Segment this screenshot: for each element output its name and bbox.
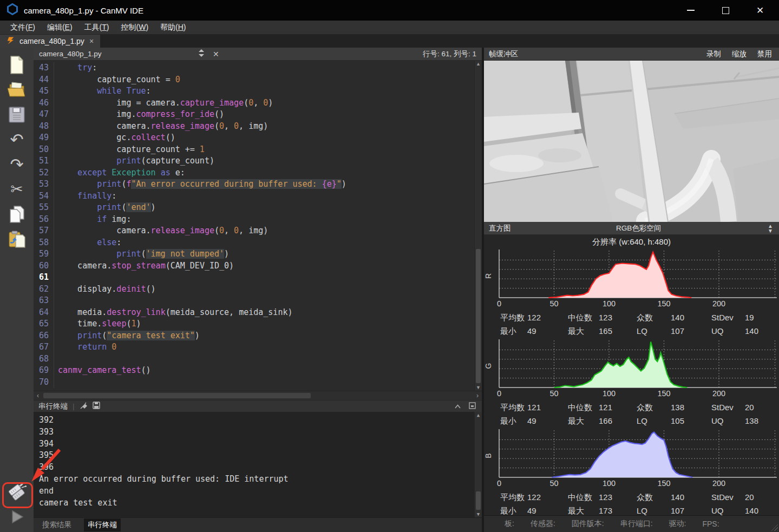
tab-camera-480p-1[interactable]: camera_480p_1.py ×: [0, 35, 100, 48]
editor-vertical-scrollbar[interactable]: ▲ ▼: [474, 61, 482, 391]
stat-label: UQ: [711, 504, 745, 515]
redo-button[interactable]: ↷: [6, 155, 27, 174]
histogram-header: 直方图 RGB色彩空间 ▲▼: [484, 222, 779, 235]
terminal-line: 393: [39, 426, 482, 438]
scroll-up-icon[interactable]: ▲: [475, 61, 482, 67]
undo-button[interactable]: ↶: [6, 130, 27, 149]
menu-item-4[interactable]: 帮助(H): [154, 21, 192, 34]
terminal-line: end: [39, 485, 482, 497]
stat-value: 173: [599, 504, 637, 515]
new-file-button[interactable]: [6, 55, 27, 75]
scroll-down-icon[interactable]: ▼: [475, 511, 482, 517]
editor-scroll-thumb[interactable]: [476, 249, 481, 383]
framebuffer-control-0[interactable]: 录制: [706, 49, 721, 59]
code-line: 46img = camera.capture_image(0, 0): [34, 97, 482, 109]
close-button[interactable]: ✕: [755, 5, 765, 15]
line-number: 48: [34, 121, 54, 133]
terminal-header: 串行终端 |: [34, 400, 482, 412]
line-number: 69: [34, 365, 54, 377]
run-button[interactable]: [6, 507, 27, 527]
scroll-down-icon[interactable]: ▼: [475, 384, 482, 391]
stat-label: 最小: [500, 504, 527, 515]
svg-text:200: 200: [712, 479, 725, 488]
maximize-button[interactable]: [721, 5, 730, 15]
save-log-icon[interactable]: [93, 402, 100, 411]
editor-hscroll-thumb[interactable]: [43, 393, 311, 398]
svg-text:100: 100: [603, 299, 616, 308]
stat-label: LQ: [637, 324, 671, 338]
terminal-line: 395: [39, 450, 482, 462]
save-button[interactable]: [6, 105, 27, 124]
stat-value: 107: [671, 504, 711, 515]
code-line: 60camera.stop_stream(CAM_DEV_ID_0): [34, 260, 482, 272]
stat-value: 140: [745, 324, 779, 338]
svg-text:50: 50: [549, 299, 558, 308]
stat-value: 140: [745, 504, 779, 515]
open-folder-button[interactable]: [6, 80, 27, 100]
line-number: 49: [34, 132, 54, 144]
colorspace-dropdown-arrows-icon[interactable]: ▲▼: [767, 224, 774, 233]
stat-value: 165: [599, 324, 637, 338]
cut-button[interactable]: ✂: [6, 180, 27, 199]
code-editor[interactable]: 43try:44capture_count = 045while True:46…: [34, 61, 482, 391]
menu-item-3[interactable]: 控制(W): [115, 21, 155, 34]
minimize-button[interactable]: [686, 5, 696, 15]
code-line: 56if img:: [34, 214, 482, 226]
menu-item-2[interactable]: 工具(T): [78, 21, 115, 34]
stat-label: 众数: [637, 490, 671, 504]
line-number: 50: [34, 144, 54, 156]
code-line: 53print(f"An error occurred during buffe…: [34, 179, 482, 191]
code-line: 64media.destroy_link(meida_source, meida…: [34, 307, 482, 319]
stat-label: 中位数: [568, 400, 599, 414]
svg-text:0: 0: [497, 389, 501, 398]
line-number: 66: [34, 330, 54, 342]
stat-value: 121: [527, 400, 568, 414]
scroll-right-icon[interactable]: ›: [473, 392, 482, 399]
resize-grip[interactable]: [769, 522, 778, 531]
serial-terminal-output[interactable]: 392393394395396An error occurred during …: [34, 412, 482, 517]
stat-label: 最小: [500, 324, 527, 338]
collapse-panel-icon[interactable]: [455, 402, 461, 410]
copy-button[interactable]: [6, 205, 27, 224]
window-title: camera_480p_1.py - CanMV IDE: [24, 6, 143, 15]
code-line: 59print('img not dumped'): [34, 248, 482, 260]
tab-close-icon[interactable]: ×: [89, 37, 94, 45]
code-line: 63: [34, 295, 482, 307]
bottom-tab-search-results[interactable]: 搜索结果: [38, 518, 75, 531]
svg-text:150: 150: [657, 389, 670, 398]
code-line: 69canmv_camera_test(): [34, 365, 482, 377]
histogram-stats-g: 平均数121中位数121众数138StDev20最小49最大166LQ105UQ…: [484, 400, 779, 428]
detach-panel-icon[interactable]: [469, 402, 476, 411]
terminal-vertical-scrollbar[interactable]: ▲ ▼: [474, 412, 482, 517]
svg-text:0: 0: [497, 479, 501, 488]
colorspace-dropdown[interactable]: RGB色彩空间: [511, 224, 767, 233]
frame-buffer-image: [484, 61, 779, 222]
terminal-scroll-thumb[interactable]: [476, 491, 481, 510]
menu-item-1[interactable]: 编辑(E): [41, 21, 78, 34]
code-line: 49gc.collect(): [34, 132, 482, 144]
editor-horizontal-scrollbar[interactable]: ‹ ›: [34, 391, 482, 400]
clear-terminal-icon[interactable]: [80, 402, 88, 411]
stat-value: 122: [527, 311, 568, 324]
editor-close-icon[interactable]: ✕: [213, 50, 219, 58]
menu-item-0[interactable]: 文件(F): [4, 21, 41, 34]
code-line: 47img.compress_for_ide(): [34, 109, 482, 121]
line-number: 54: [34, 191, 54, 202]
paste-button[interactable]: [6, 229, 27, 249]
scroll-left-icon[interactable]: ‹: [34, 392, 42, 399]
line-number: 62: [34, 284, 54, 295]
stat-label: LQ: [637, 414, 671, 428]
svg-text:50: 50: [549, 479, 558, 488]
line-number: 64: [34, 307, 54, 319]
line-number: 67: [34, 341, 54, 353]
framebuffer-control-2[interactable]: 禁用: [757, 49, 772, 59]
split-sort-icon[interactable]: [199, 49, 204, 58]
cut-icon: ✂: [10, 182, 23, 197]
stat-label: 众数: [637, 400, 671, 414]
stat-value: 49: [527, 324, 568, 338]
bottom-tab-serial-terminal[interactable]: 串行终端: [84, 518, 121, 531]
line-number: 47: [34, 109, 54, 121]
svg-text:R: R: [484, 273, 493, 279]
framebuffer-control-1[interactable]: 缩放: [732, 49, 747, 59]
scroll-up-icon[interactable]: ▲: [475, 412, 482, 418]
